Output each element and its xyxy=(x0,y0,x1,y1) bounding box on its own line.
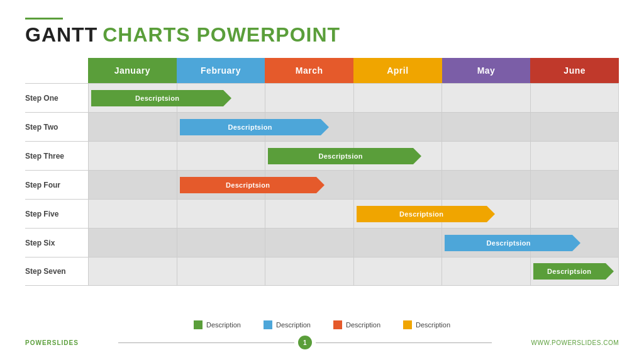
chart-container: January February March April May June St… xyxy=(25,58,619,314)
gantt-row-1: Step One Descriptsion xyxy=(25,83,619,112)
cell-3-5 xyxy=(442,142,531,170)
cell-4-4 xyxy=(354,171,443,199)
bar-7: Descriptsion xyxy=(533,263,606,280)
cell-5-6 xyxy=(531,200,619,228)
gantt-row-2: Step Two Descriptsion xyxy=(25,112,619,141)
row-cells-4: Descriptsion xyxy=(88,171,619,199)
cell-4-5 xyxy=(442,171,531,199)
row-label-5: Step Five xyxy=(25,210,88,218)
cell-7-2 xyxy=(177,257,266,285)
gantt-row-4: Step Four Descriptsion xyxy=(25,170,619,199)
cell-2-5 xyxy=(442,113,531,141)
cell-3-2 xyxy=(177,142,266,170)
title-underline xyxy=(25,18,63,20)
legend-color-3 xyxy=(333,320,342,329)
row-label-2: Step Two xyxy=(25,123,88,132)
cell-5-2 xyxy=(177,200,266,228)
row-cells-1: Descriptsion xyxy=(88,84,619,112)
row-cells-2: Descriptsion xyxy=(88,113,619,141)
cell-5-4: Descriptsion xyxy=(354,200,443,228)
cell-5-1 xyxy=(88,200,177,228)
legend-item-3: Description xyxy=(333,320,380,329)
cell-7-6: Descriptsion xyxy=(531,257,619,285)
cell-6-3 xyxy=(265,229,354,257)
footer-website: WWW.POWERSLIDES.COM xyxy=(531,339,619,346)
legend-item-4: Description xyxy=(403,320,450,329)
row-cells-5: Descriptsion xyxy=(88,200,619,228)
legend-label-3: Description xyxy=(346,321,380,329)
cell-4-6 xyxy=(531,171,619,199)
legend-label-4: Description xyxy=(416,321,450,329)
title-gantt: GANTT xyxy=(25,23,97,47)
bar-4: Descriptsion xyxy=(180,177,316,193)
cell-1-5 xyxy=(442,84,531,112)
cell-2-6 xyxy=(531,113,619,141)
gantt-row-5: Step Five Descriptsion xyxy=(25,199,619,228)
cell-7-3 xyxy=(265,257,354,285)
cell-1-4 xyxy=(354,84,443,112)
legend-label-2: Description xyxy=(276,321,311,329)
gantt-row-7: Step Seven Descriptsion xyxy=(25,257,619,286)
cell-7-1 xyxy=(88,257,177,285)
row-label-6: Step Six xyxy=(25,239,88,247)
footer-page-number: 1 xyxy=(298,336,312,349)
bar-3: Descriptsion xyxy=(268,148,413,164)
title-rest: CHARTS POWERPOINT xyxy=(103,23,340,47)
cell-2-4 xyxy=(354,113,443,141)
bar-5: Descriptsion xyxy=(357,206,487,222)
cell-7-5 xyxy=(442,257,531,285)
month-header-row: January February March April May June xyxy=(88,58,619,83)
month-june: June xyxy=(530,58,619,83)
cell-6-5: Descriptsion xyxy=(442,229,531,257)
gantt-row-6: Step Six Descriptsion xyxy=(25,228,619,257)
gantt-rows: Step One Descriptsion Step Two xyxy=(25,83,619,314)
month-february: February xyxy=(177,58,265,83)
legend: Description Description Description Desc… xyxy=(25,314,619,333)
legend-item-2: Description xyxy=(264,320,311,329)
footer-brand-black: POWER xyxy=(25,339,52,346)
footer-brand: POWERSLIDES xyxy=(25,339,79,346)
legend-item-1: Description xyxy=(194,320,241,329)
title-row: GANTT CHARTS POWERPOINT xyxy=(25,23,619,47)
bar-2: Descriptsion xyxy=(180,119,321,135)
footer-center: 1 xyxy=(79,336,531,349)
cell-6-2 xyxy=(177,229,266,257)
title-area: GANTT CHARTS POWERPOINT xyxy=(25,18,619,47)
footer: POWERSLIDES 1 WWW.POWERSLIDES.COM xyxy=(25,333,619,349)
cell-5-3 xyxy=(265,200,354,228)
legend-color-4 xyxy=(403,320,412,329)
month-may: May xyxy=(442,58,531,83)
cell-1-3 xyxy=(265,84,354,112)
bar-6: Descriptsion xyxy=(445,235,572,251)
cell-1-1: Descriptsion xyxy=(88,84,177,112)
cell-6-1 xyxy=(88,229,177,257)
legend-color-1 xyxy=(194,320,203,329)
row-label-3: Step Three xyxy=(25,152,88,161)
bar-1: Descriptsion xyxy=(91,90,223,106)
row-label-7: Step Seven xyxy=(25,267,88,276)
cell-2-1 xyxy=(88,113,177,141)
footer-line-right xyxy=(316,342,492,343)
row-cells-3: Descriptsion xyxy=(88,142,619,170)
slide: GANTT CHARTS POWERPOINT January February… xyxy=(0,0,644,362)
month-april: April xyxy=(353,58,442,83)
gantt-row-3: Step Three Descriptsion xyxy=(25,141,619,170)
cell-6-4 xyxy=(354,229,443,257)
cell-2-2: Descriptsion xyxy=(177,113,266,141)
cell-7-4 xyxy=(354,257,443,285)
row-label-4: Step Four xyxy=(25,181,88,189)
cell-4-1 xyxy=(88,171,177,199)
footer-line-left xyxy=(118,342,294,343)
legend-color-2 xyxy=(264,320,272,329)
cell-1-6 xyxy=(531,84,619,112)
row-cells-7: Descriptsion xyxy=(88,257,619,285)
cell-3-1 xyxy=(88,142,177,170)
month-march: March xyxy=(265,58,353,83)
footer-brand-green: SLIDES xyxy=(52,339,79,346)
cell-3-3: Descriptsion xyxy=(265,142,354,170)
month-january: January xyxy=(88,58,177,83)
row-label-1: Step One xyxy=(25,94,88,103)
cell-3-6 xyxy=(531,142,619,170)
legend-label-1: Description xyxy=(206,321,241,329)
row-cells-6: Descriptsion xyxy=(88,229,619,257)
